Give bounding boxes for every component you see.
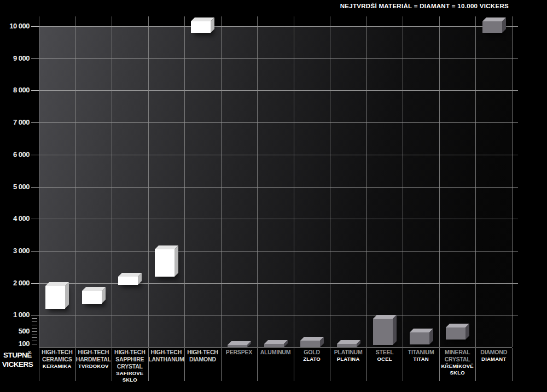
gridline-h: [39, 122, 518, 123]
category-label-czech: TITAN: [403, 356, 439, 362]
bar-front: [191, 21, 211, 33]
y-tick-label: 6 000: [0, 150, 30, 159]
gridline-v: [257, 16, 258, 347]
category-label: HIGH-TECHCERAMICSKERAMIKA: [39, 349, 75, 370]
gridline-h: [39, 90, 518, 91]
bar-front: [373, 319, 393, 345]
category-label-czech: ZLATO: [294, 356, 330, 362]
category-label-english: HARDMETAL: [75, 356, 112, 363]
y-axis-minor-tick: [32, 344, 37, 344]
category-label: GOLDZLATO: [294, 349, 330, 362]
gridline-h: [39, 58, 518, 59]
category-label-czech: TVRDOKOV: [75, 363, 112, 370]
gridline-v: [39, 16, 39, 347]
category-label-english: GOLD: [294, 349, 330, 356]
category-label-english: DIAMOND: [475, 349, 512, 356]
y-axis-minor-tick: [32, 337, 37, 338]
y-axis-minor-tick: [32, 318, 37, 319]
y-tick-label: 5 000: [0, 183, 30, 191]
y-axis-major-tick: [31, 219, 39, 219]
category-label-czech: PLATINA: [330, 356, 366, 362]
category-label-english: MINERAL: [439, 349, 476, 356]
bar-front: [82, 291, 102, 303]
category-label-czech: SKLO: [439, 370, 476, 376]
category-label-english: ALUMINUM: [257, 349, 294, 356]
gridline-h: [39, 251, 518, 251]
y-tick-label: 500: [0, 327, 30, 336]
y-axis-major-tick: [31, 90, 39, 91]
category-label: HIGH-TECHSAPPHIRECRYSTALSAFÍROVÉSKLO: [112, 349, 148, 383]
bar-side-face: [65, 282, 69, 308]
y-tick-label: 8 000: [0, 86, 30, 95]
bar-front: [300, 341, 320, 347]
gridline-v: [221, 16, 222, 347]
y-axis-minor-tick: [32, 331, 37, 332]
category-label: HIGH-TECHDIAMOND: [184, 349, 221, 363]
y-axis-minor-tick: [32, 341, 37, 341]
category-label-english: CERAMICS: [39, 356, 75, 363]
category-label: ALUMINUM: [257, 349, 294, 356]
category-label-english: HIGH-TECH: [39, 349, 75, 356]
bar-front: [45, 286, 65, 308]
category-label-english: PLATINUM: [330, 349, 366, 356]
y-tick-label: 2 000: [0, 279, 30, 288]
gridline-v: [366, 16, 367, 347]
gridline-v: [512, 16, 513, 347]
gridline-v: [439, 16, 440, 347]
gridline-v: [148, 16, 149, 347]
x-axis-baseline: [39, 347, 512, 348]
label-separator: [512, 348, 513, 381]
y-axis-minor-tick: [32, 328, 37, 329]
category-label-czech: DIAMANT: [475, 356, 512, 362]
category-label: HIGH-TECHHARDMETALTVRDOKOV: [75, 349, 112, 370]
y-axis-title: STUPNĚ VICKERS: [0, 350, 35, 369]
category-label: HIGH-TECHLANTHANUM: [148, 349, 185, 363]
category-label-czech: OCEL: [366, 356, 403, 362]
category-label: PLATINUMPLATINA: [330, 349, 366, 362]
y-axis-minor-tick: [32, 335, 37, 335]
gridline-v: [330, 16, 330, 347]
y-axis-major-tick: [31, 315, 39, 315]
gridline-v: [75, 16, 76, 347]
gridline-h: [39, 283, 518, 284]
gridline-v: [403, 16, 403, 347]
category-label: PERSPEX: [221, 349, 258, 356]
y-tick-label: 10 000: [0, 22, 30, 31]
y-axis-title-line1: STUPNĚ: [0, 350, 35, 360]
y-axis-major-tick: [31, 155, 39, 155]
category-label-english: HIGH-TECH: [75, 349, 112, 356]
category-label-english: CRYSTAL: [439, 356, 476, 363]
hardness-chart: NEJTVRDŠÍ MATERIÁL = DIAMANT = 10.000 VI…: [0, 0, 547, 392]
category-label-english: HIGH-TECH: [112, 349, 148, 356]
y-tick-label: 3 000: [0, 247, 30, 255]
category-label: MINERALCRYSTALKŘEMÍKOVÉSKLO: [439, 349, 476, 376]
category-label: STEELOCEL: [366, 349, 403, 362]
y-axis-major-tick: [31, 58, 39, 59]
gridline-v: [112, 16, 112, 347]
category-label-english: DIAMOND: [184, 356, 221, 363]
bar-side-face: [174, 245, 178, 277]
category-label-english: STEEL: [366, 349, 403, 356]
y-axis-major-tick: [31, 187, 39, 188]
gridline-h: [39, 187, 518, 188]
bar-front: [446, 327, 465, 340]
category-label: TITANIUMTITAN: [403, 349, 439, 362]
gridline-h: [39, 155, 518, 155]
category-label-english: TITANIUM: [403, 349, 439, 356]
chart-title: NEJTVRDŠÍ MATERIÁL = DIAMANT = 10.000 VI…: [340, 3, 509, 9]
gridline-v: [184, 16, 185, 347]
y-axis-major-tick: [31, 251, 39, 251]
gridline-h: [39, 315, 518, 315]
bar-front: [118, 277, 138, 285]
bar-front: [410, 332, 429, 344]
y-axis-minor-tick: [32, 321, 37, 322]
y-tick-label: 1 000: [0, 311, 30, 319]
category-label-czech: SAFÍROVÉ: [112, 370, 148, 377]
category-label-czech: KERAMIKA: [39, 363, 75, 370]
category-label-english: HIGH-TECH: [184, 349, 221, 356]
category-label-czech: KŘEMÍKOVÉ: [439, 363, 476, 370]
plot-area: [39, 16, 512, 347]
category-label-english: LANTHANUM: [148, 356, 185, 363]
category-label-english: HIGH-TECH: [148, 349, 185, 356]
y-axis-title-line2: VICKERS: [0, 360, 35, 369]
